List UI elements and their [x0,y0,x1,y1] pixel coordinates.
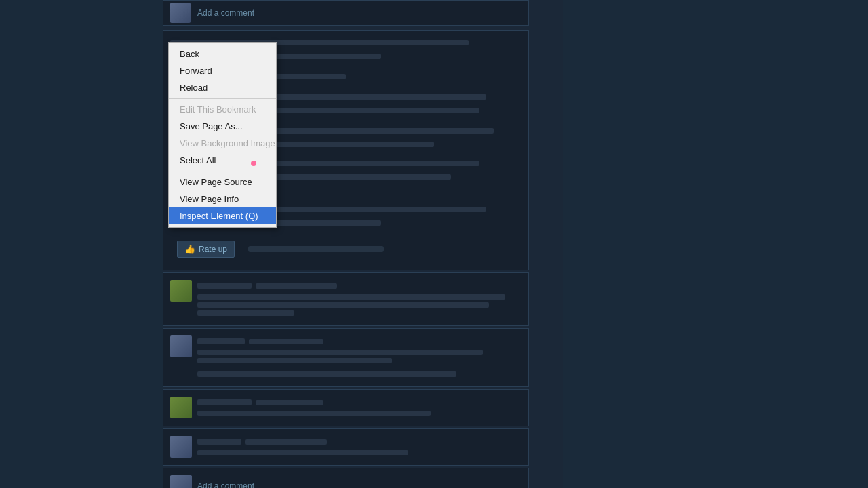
menu-item-select-all[interactable]: Select All [169,152,276,169]
comment-content [197,336,521,380]
username-text [197,399,252,405]
menu-item-view-page-source[interactable]: View Page Source [169,174,276,190]
rate-up-label: Rate up [199,245,227,254]
comment-text [197,294,505,300]
rate-text [248,246,384,252]
timestamp [249,339,323,344]
timestamp [256,400,323,405]
menu-item-reload[interactable]: Reload [169,79,276,96]
timestamp [245,439,327,445]
avatar [170,396,192,418]
spacer [197,366,521,369]
menu-separator [169,171,276,171]
comment-text [197,450,408,455]
comment-item [163,328,529,387]
menu-item-inspect-element[interactable]: Inspect Element (Q) [169,207,276,224]
context-menu: Back Forward Reload Edit This Bookmark S… [168,42,277,228]
timestamp [256,283,337,289]
comment-text [197,310,294,316]
avatar [170,280,192,302]
comment-text [197,302,489,308]
comment-content [197,396,521,419]
menu-item-save-page[interactable]: Save Page As... [169,118,276,135]
username-text [197,439,241,445]
avatar [170,475,192,488]
rate-up-button[interactable]: 👍 Rate up [177,241,235,258]
username-text [197,283,252,289]
comment-text [197,371,456,377]
avatar [170,336,192,357]
avatar [170,436,192,458]
thumbs-up-icon: 👍 [184,244,195,254]
menu-separator [169,98,276,99]
comment-text [197,350,483,355]
comment-item [163,428,529,466]
menu-item-forward[interactable]: Forward [169,62,276,79]
rate-up-row: 👍 Rate up [170,235,521,263]
comment-text [197,411,431,416]
top-comment-box: Add a comment [163,0,529,26]
right-sidebar [563,0,868,488]
menu-item-back[interactable]: Back [169,45,276,62]
comments-section: Add a comment [163,272,529,488]
comment-text [197,358,392,363]
cursor-indicator [251,161,256,166]
comment-item [163,389,529,426]
left-sidebar [0,0,163,488]
avatar [170,3,191,23]
comment-content [197,436,521,458]
comment-content [197,280,521,319]
menu-item-view-page-info[interactable]: View Page Info [169,190,276,207]
comment-item [163,272,529,326]
add-comment-label[interactable]: Add a comment [197,8,254,18]
add-comment-label[interactable]: Add a comment [197,481,254,488]
menu-item-edit-bookmark[interactable]: Edit This Bookmark [169,101,276,118]
username-text [197,338,245,344]
menu-item-view-bg-image[interactable]: View Background Image [169,135,276,152]
bottom-comment-box: Add a comment [163,468,529,488]
